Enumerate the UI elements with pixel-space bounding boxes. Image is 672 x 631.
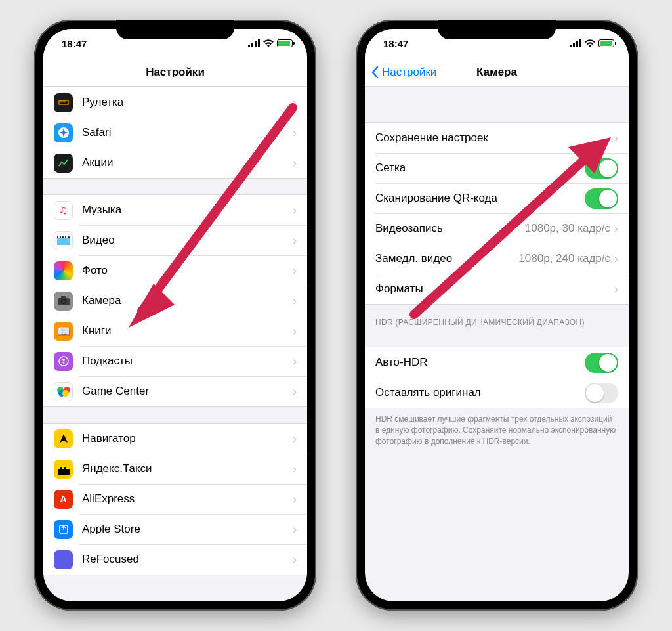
toggle-switch[interactable]	[585, 188, 618, 209]
settings-row-books[interactable]: 📖Книги›	[43, 316, 307, 346]
camera-row[interactable]: Сохранение настроек›	[365, 123, 629, 153]
svg-rect-2	[255, 41, 257, 47]
row-label: Книги	[82, 324, 289, 337]
yandextaxi-icon	[54, 460, 73, 479]
status-time: 18:47	[62, 38, 87, 49]
settings-row-camera[interactable]: Камера›	[43, 286, 307, 316]
page-title: Настройки	[146, 66, 205, 79]
camera-row[interactable]: Сетка	[365, 153, 629, 183]
settings-row-photos[interactable]: Фото›	[43, 255, 307, 286]
phone-right: 18:47 Настройки Камера Сохранение настро…	[356, 20, 638, 611]
battery-icon	[277, 39, 293, 47]
settings-row-navigator[interactable]: Навигатор›	[43, 424, 307, 454]
row-label: Форматы	[375, 282, 610, 295]
chevron-right-icon: ›	[614, 282, 618, 296]
row-label: Камера	[82, 294, 289, 307]
svg-rect-16	[61, 296, 66, 299]
camera-settings-group: Сохранение настроек›СеткаСканирование QR…	[365, 122, 629, 305]
podcasts-icon	[54, 352, 73, 371]
chevron-right-icon: ›	[614, 252, 618, 266]
row-label: Авто-HDR	[375, 356, 585, 369]
settings-row-yandextaxi[interactable]: Яндекс.Такси›	[43, 454, 307, 484]
page-title: Камера	[476, 66, 517, 79]
settings-row-appstore[interactable]: Apple Store›	[43, 514, 307, 544]
row-label: Видео	[82, 234, 289, 247]
camera-row[interactable]: Форматы›	[365, 274, 629, 304]
books-icon: 📖	[54, 322, 73, 341]
svg-rect-10	[57, 238, 70, 245]
chevron-right-icon: ›	[293, 294, 297, 308]
svg-rect-14	[66, 236, 68, 238]
chevron-right-icon: ›	[293, 553, 297, 567]
chevron-right-icon: ›	[293, 204, 297, 217]
camera-row[interactable]: Замедл. видео1080p, 240 кадр/с›	[365, 244, 629, 274]
settings-row-safari[interactable]: Safari›	[43, 118, 307, 148]
settings-row-aliexpress[interactable]: AAliExpress›	[43, 484, 307, 514]
row-detail: 1080p, 240 кадр/с	[518, 252, 610, 265]
svg-rect-11	[58, 236, 60, 238]
svg-point-24	[62, 390, 69, 397]
settings-group: Навигатор›Яндекс.Такси›AAliExpress›Apple…	[43, 423, 307, 575]
settings-row-refocused[interactable]: ReFocused›	[43, 544, 307, 575]
settings-row-video[interactable]: Видео›	[43, 225, 307, 255]
safari-icon	[54, 123, 73, 142]
settings-row-music[interactable]: ♫Музыка›	[43, 195, 307, 225]
row-label: Фото	[82, 264, 289, 277]
row-label: Подкасты	[82, 355, 289, 368]
row-label: Сетка	[375, 162, 585, 175]
aliexpress-icon: A	[54, 490, 73, 509]
row-label: Game Center	[82, 385, 289, 398]
svg-point-20	[62, 359, 65, 361]
refocused-icon	[54, 550, 73, 569]
photos-icon	[54, 261, 73, 280]
camera-row[interactable]: Сканирование QR-кода	[365, 183, 629, 213]
camera-row[interactable]: Оставлять оригинал	[365, 378, 629, 408]
row-label: Apple Store	[82, 523, 289, 536]
phone-left: 18:47 Настройки Рулетка›Safari›Акции›♫Му…	[34, 20, 316, 611]
chevron-right-icon: ›	[293, 96, 297, 110]
toggle-switch[interactable]	[585, 158, 618, 179]
wifi-icon	[585, 39, 595, 47]
chevron-right-icon: ›	[293, 156, 297, 170]
row-label: Видеозапись	[375, 222, 525, 235]
settings-row-gamecenter[interactable]: Game Center›	[43, 376, 307, 406]
chevron-right-icon: ›	[293, 523, 297, 536]
toggle-switch[interactable]	[585, 353, 618, 373]
settings-row-podcasts[interactable]: Подкасты›	[43, 346, 307, 376]
row-label: Яндекс.Такси	[82, 462, 289, 475]
settings-row-stocks[interactable]: Акции›	[43, 148, 307, 178]
navigator-icon	[54, 429, 73, 448]
row-label: Safari	[82, 126, 289, 139]
status-time: 18:47	[383, 38, 408, 49]
nav-bar: Настройки Камера	[365, 58, 629, 87]
settings-row-ruler[interactable]: Рулетка›	[43, 87, 307, 118]
chevron-right-icon: ›	[293, 385, 297, 399]
nav-bar: Настройки	[43, 58, 307, 87]
chevron-right-icon: ›	[293, 126, 297, 140]
toggle-switch[interactable]	[585, 383, 618, 403]
chevron-left-icon	[370, 66, 379, 79]
row-label: Замедл. видео	[375, 252, 518, 265]
row-label: Оставлять оригинал	[375, 386, 585, 399]
row-label: Сохранение настроек	[375, 131, 610, 144]
chevron-right-icon: ›	[293, 355, 297, 368]
cellular-icon	[248, 39, 260, 47]
svg-rect-12	[61, 236, 62, 238]
camera-row[interactable]: Видеозапись1080p, 30 кадр/с›	[365, 213, 629, 244]
svg-rect-13	[64, 236, 65, 238]
svg-point-18	[62, 300, 65, 303]
row-label: Рулетка	[82, 96, 289, 109]
camera-row[interactable]: Авто-HDR	[365, 347, 629, 378]
status-icons	[570, 39, 614, 47]
svg-rect-1	[251, 43, 253, 47]
notch	[438, 20, 556, 39]
svg-rect-30	[570, 45, 572, 47]
chevron-right-icon: ›	[614, 222, 618, 236]
row-label: Музыка	[82, 204, 289, 217]
chevron-right-icon: ›	[293, 462, 297, 476]
chevron-right-icon: ›	[293, 264, 297, 278]
row-label: ReFocused	[82, 553, 289, 566]
footer-note: HDR смешивает лучшие фрагменты трех отде…	[365, 408, 629, 452]
row-label: Акции	[82, 156, 289, 169]
back-button[interactable]: Настройки	[370, 66, 436, 79]
